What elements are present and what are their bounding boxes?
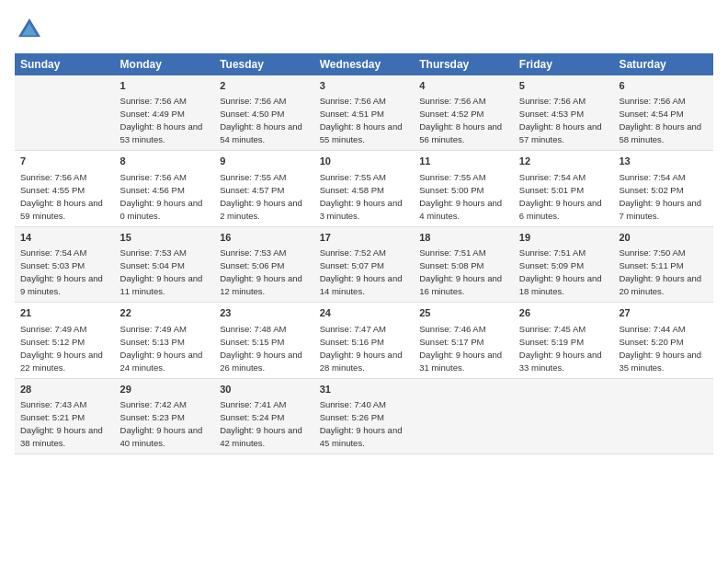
daylight-info: Daylight: 9 hours and 18 minutes. [519,273,602,296]
daylight-info: Daylight: 8 hours and 55 minutes. [320,121,403,144]
day-number: 3 [320,79,409,93]
day-number: 15 [120,231,210,245]
day-number: 13 [619,155,708,168]
week-row-1: 1Sunrise: 7:56 AMSunset: 4:49 PMDaylight… [15,75,713,151]
day-number: 18 [419,231,508,245]
sunrise-info: Sunrise: 7:51 AM [419,247,485,258]
calendar-cell: 21Sunrise: 7:49 AMSunset: 5:12 PMDayligh… [15,303,115,378]
sunset-info: Sunset: 4:52 PM [419,109,483,119]
sunrise-info: Sunrise: 7:45 AM [519,324,586,334]
sunrise-info: Sunrise: 7:44 AM [619,324,685,334]
calendar-cell: 19Sunrise: 7:51 AMSunset: 5:09 PMDayligh… [514,226,614,302]
day-number: 10 [320,155,409,168]
calendar-header: SundayMondayTuesdayWednesdayThursdayFrid… [15,53,713,75]
daylight-info: Daylight: 9 hours and 6 minutes. [519,198,602,221]
daylight-info: Daylight: 9 hours and 7 minutes. [619,198,701,221]
sunrise-info: Sunrise: 7:56 AM [120,96,187,106]
daylight-info: Daylight: 8 hours and 57 minutes. [519,121,602,144]
calendar-cell: 3Sunrise: 7:56 AMSunset: 4:51 PMDaylight… [314,75,415,151]
day-number: 25 [419,306,508,320]
day-number: 20 [619,231,708,245]
sunset-info: Sunset: 5:23 PM [120,412,185,422]
weekday-header-friday: Friday [514,53,614,75]
daylight-info: Daylight: 8 hours and 58 minutes. [619,121,701,144]
sunrise-info: Sunrise: 7:53 AM [120,247,187,258]
sunrise-info: Sunrise: 7:56 AM [519,96,586,106]
calendar-cell: 17Sunrise: 7:52 AMSunset: 5:07 PMDayligh… [314,226,415,302]
weekday-header-row: SundayMondayTuesdayWednesdayThursdayFrid… [15,53,713,75]
sunset-info: Sunset: 5:02 PM [619,185,683,195]
sunset-info: Sunset: 4:55 PM [20,185,85,195]
sunset-info: Sunset: 5:26 PM [320,412,384,422]
calendar-cell: 1Sunrise: 7:56 AMSunset: 4:49 PMDaylight… [115,75,215,151]
calendar-cell: 6Sunrise: 7:56 AMSunset: 4:54 PMDaylight… [613,75,713,151]
calendar-cell: 31Sunrise: 7:40 AMSunset: 5:26 PMDayligh… [314,378,415,454]
calendar-cell: 10Sunrise: 7:55 AMSunset: 4:58 PMDayligh… [314,151,415,226]
calendar-cell: 15Sunrise: 7:53 AMSunset: 5:04 PMDayligh… [115,226,215,302]
daylight-info: Daylight: 9 hours and 38 minutes. [20,425,103,448]
sunset-info: Sunset: 4:54 PM [619,109,683,119]
sunrise-info: Sunrise: 7:48 AM [220,324,286,334]
day-number: 11 [419,155,508,168]
calendar-body: 1Sunrise: 7:56 AMSunset: 4:49 PMDaylight… [15,75,713,454]
daylight-info: Daylight: 9 hours and 14 minutes. [320,273,403,296]
calendar-cell: 8Sunrise: 7:56 AMSunset: 4:56 PMDaylight… [115,151,215,226]
page-container: SundayMondayTuesdayWednesdayThursdayFrid… [0,0,728,462]
daylight-info: Daylight: 8 hours and 56 minutes. [419,121,502,144]
sunrise-info: Sunrise: 7:49 AM [20,324,86,334]
sunrise-info: Sunrise: 7:54 AM [519,172,586,182]
day-number: 23 [220,306,309,320]
calendar-cell: 30Sunrise: 7:41 AMSunset: 5:24 PMDayligh… [214,378,314,454]
sunrise-info: Sunrise: 7:50 AM [619,247,685,258]
calendar-cell: 5Sunrise: 7:56 AMSunset: 4:53 PMDaylight… [514,75,614,151]
sunset-info: Sunset: 5:00 PM [419,185,483,195]
calendar-cell: 14Sunrise: 7:54 AMSunset: 5:03 PMDayligh… [15,226,115,302]
day-number: 27 [619,306,708,320]
sunrise-info: Sunrise: 7:53 AM [220,247,286,258]
day-number: 21 [20,306,109,320]
weekday-header-sunday: Sunday [15,53,115,75]
daylight-info: Daylight: 9 hours and 22 minutes. [20,350,103,373]
sunset-info: Sunset: 5:08 PM [419,260,483,270]
weekday-header-tuesday: Tuesday [214,53,314,75]
day-number: 12 [519,155,609,168]
daylight-info: Daylight: 9 hours and 9 minutes. [20,273,103,296]
daylight-info: Daylight: 9 hours and 45 minutes. [320,425,403,448]
weekday-header-wednesday: Wednesday [314,53,415,75]
weekday-header-thursday: Thursday [414,53,514,75]
week-row-5: 28Sunrise: 7:43 AMSunset: 5:21 PMDayligh… [15,378,713,454]
calendar-cell [414,378,514,454]
day-number: 4 [419,79,508,93]
calendar-cell [613,378,713,454]
day-number: 9 [220,155,309,168]
logo [15,15,48,44]
sunset-info: Sunset: 5:16 PM [320,337,384,347]
day-number: 7 [20,155,109,168]
daylight-info: Daylight: 9 hours and 0 minutes. [120,198,203,221]
sunrise-info: Sunrise: 7:56 AM [619,96,685,106]
logo-icon [15,15,44,44]
sunset-info: Sunset: 5:24 PM [220,412,284,422]
sunrise-info: Sunrise: 7:55 AM [320,172,386,182]
daylight-info: Daylight: 9 hours and 12 minutes. [220,273,302,296]
daylight-info: Daylight: 9 hours and 31 minutes. [419,350,502,373]
calendar-cell: 25Sunrise: 7:46 AMSunset: 5:17 PMDayligh… [414,303,514,378]
sunrise-info: Sunrise: 7:56 AM [20,172,86,182]
calendar-cell: 20Sunrise: 7:50 AMSunset: 5:11 PMDayligh… [613,226,713,302]
sunrise-info: Sunrise: 7:56 AM [220,96,286,106]
daylight-info: Daylight: 9 hours and 3 minutes. [320,198,403,221]
sunset-info: Sunset: 5:06 PM [220,260,284,270]
sunrise-info: Sunrise: 7:46 AM [419,324,485,334]
daylight-info: Daylight: 9 hours and 2 minutes. [220,198,302,221]
sunset-info: Sunset: 5:03 PM [20,260,85,270]
day-number: 19 [519,231,609,245]
day-number: 16 [220,231,309,245]
sunset-info: Sunset: 5:11 PM [619,260,683,270]
weekday-header-saturday: Saturday [613,53,713,75]
sunset-info: Sunset: 4:56 PM [120,185,185,195]
sunrise-info: Sunrise: 7:55 AM [419,172,485,182]
daylight-info: Daylight: 9 hours and 20 minutes. [619,273,701,296]
calendar-cell: 7Sunrise: 7:56 AMSunset: 4:55 PMDaylight… [15,151,115,226]
sunrise-info: Sunrise: 7:56 AM [320,96,386,106]
sunset-info: Sunset: 5:04 PM [120,260,185,270]
